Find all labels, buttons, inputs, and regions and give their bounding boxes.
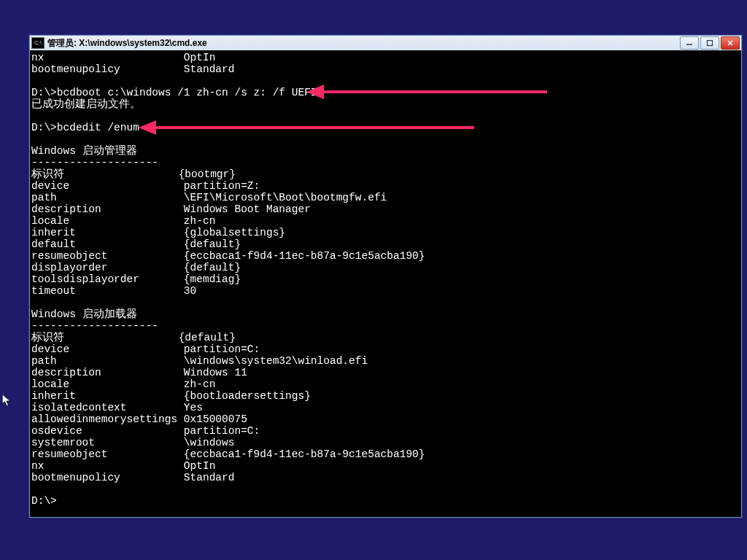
mouse-cursor-icon [1,394,12,408]
svg-rect-1 [708,41,713,46]
cmd-icon: C:\ [31,37,44,49]
maximize-button[interactable] [700,36,719,50]
minimize-button[interactable] [680,36,699,50]
titlebar[interactable]: C:\ 管理员: X:\windows\system32\cmd.exe [30,36,741,51]
window-controls [680,36,740,50]
desktop: C:\ 管理员: X:\windows\system32\cmd.exe nx … [0,0,747,560]
window-title: 管理员: X:\windows\system32\cmd.exe [47,37,680,50]
close-button[interactable] [721,36,740,50]
terminal-output[interactable]: nx OptIn bootmenupolicy Standard D:\>bcd… [30,50,741,517]
cmd-window: C:\ 管理员: X:\windows\system32\cmd.exe nx … [29,35,742,518]
